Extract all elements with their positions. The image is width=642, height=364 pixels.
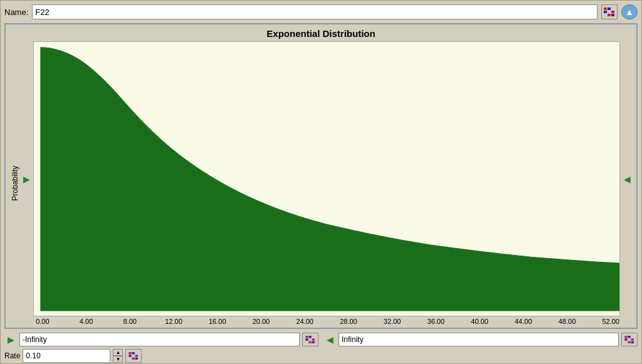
grid-icon: [604, 8, 615, 16]
distribution-chart: [34, 42, 619, 314]
chart-with-nav: ▶ ◀: [21, 41, 633, 316]
y-axis-label: Probability: [9, 41, 21, 325]
rate-label: Rate: [4, 351, 20, 360]
rate-spin-up[interactable]: ▲: [113, 349, 123, 356]
svg-rect-14: [308, 339, 311, 341]
svg-rect-13: [305, 339, 308, 341]
bottom-left: ▶ Rate: [4, 333, 318, 363]
svg-rect-10: [305, 336, 308, 338]
chart-panel: Exponential Distribution Probability ▶: [4, 23, 638, 329]
x-tick-11: 44.00: [502, 318, 545, 325]
x-tick-12: 48.00: [545, 318, 589, 325]
svg-rect-26: [132, 358, 135, 360]
rate-spinner: ▲ ▼: [113, 349, 123, 363]
main-container: Name: ▲ Exponential Distribution Probabi…: [0, 0, 642, 364]
chart-inner: Probability ▶ ◀: [9, 41, 633, 325]
x-tick-8: 32.00: [371, 318, 414, 325]
header-row: Name: ▲: [4, 4, 638, 19]
svg-rect-34: [624, 341, 627, 343]
svg-rect-11: [308, 336, 311, 338]
name-input[interactable]: [32, 4, 597, 19]
right-bound-icon-button[interactable]: [621, 333, 638, 346]
x-tick-7: 28.00: [327, 318, 371, 325]
rate-icon-button[interactable]: [125, 349, 142, 363]
x-tick-10: 40.00: [458, 318, 502, 325]
svg-rect-6: [604, 14, 607, 16]
svg-rect-35: [628, 341, 630, 343]
x-tick-6: 24.00: [283, 318, 327, 325]
chart-with-axes: ▶ ◀ 0.00 4: [21, 41, 633, 325]
chart-right-arrow[interactable]: ◀: [621, 174, 633, 185]
svg-rect-8: [611, 14, 614, 16]
x-tick-5: 20.00: [239, 318, 283, 325]
svg-rect-28: [624, 336, 627, 338]
x-tick-9: 36.00: [414, 318, 458, 325]
svg-rect-36: [631, 341, 634, 343]
x-tick-1: 4.00: [65, 318, 108, 325]
svg-rect-24: [135, 355, 138, 357]
svg-rect-22: [129, 355, 132, 357]
svg-rect-12: [312, 336, 315, 338]
svg-rect-33: [631, 339, 634, 341]
name-label: Name:: [4, 8, 28, 17]
svg-rect-5: [611, 11, 614, 13]
x-tick-0: 0.00: [21, 318, 65, 325]
bottom-right: ◀: [324, 333, 638, 346]
svg-rect-30: [631, 336, 634, 338]
svg-rect-2: [611, 8, 614, 10]
svg-rect-15: [312, 339, 315, 341]
chart-left-arrow[interactable]: ▶: [21, 174, 32, 185]
rate-input[interactable]: [23, 349, 110, 363]
rate-spin-down[interactable]: ▼: [113, 356, 123, 363]
left-bound-icon-button[interactable]: [302, 333, 318, 346]
svg-rect-27: [135, 358, 138, 360]
collapse-icon: ▲: [625, 7, 634, 17]
chart-svg-area: [33, 41, 620, 316]
svg-rect-17: [308, 341, 311, 343]
svg-rect-4: [608, 11, 611, 13]
bottom-controls: ▶ Rate: [4, 333, 638, 363]
right-bound-row: ◀: [324, 333, 638, 346]
svg-rect-29: [628, 336, 630, 338]
x-tick-4: 16.00: [196, 318, 239, 325]
x-tick-2: 8.00: [108, 318, 152, 325]
left-bound-row: ▶: [4, 333, 318, 346]
svg-rect-21: [135, 352, 138, 354]
x-tick-13: 52.00: [589, 318, 633, 325]
svg-rect-32: [628, 339, 630, 341]
collapse-button[interactable]: ▲: [621, 4, 638, 19]
svg-rect-16: [305, 341, 308, 343]
grid-icon-button[interactable]: [601, 4, 618, 19]
left-bound-input[interactable]: [19, 333, 300, 346]
svg-rect-25: [129, 358, 132, 360]
svg-rect-31: [624, 339, 627, 341]
rate-row: Rate ▲ ▼: [4, 349, 318, 363]
svg-rect-7: [608, 14, 611, 16]
right-bound-arrow[interactable]: ◀: [324, 333, 336, 346]
left-grid-icon: [305, 336, 315, 343]
rate-grid-icon: [129, 352, 139, 360]
svg-rect-3: [604, 11, 607, 13]
left-play-button[interactable]: ▶: [4, 333, 17, 346]
right-grid-icon: [624, 336, 634, 343]
svg-rect-20: [132, 352, 135, 354]
svg-rect-0: [604, 8, 607, 10]
svg-rect-23: [132, 355, 135, 357]
x-axis-ticks: 0.00 4.00 8.00 12.00 16.00 20.00 24.00 2…: [21, 318, 633, 325]
svg-rect-18: [312, 341, 315, 343]
svg-rect-19: [129, 352, 132, 354]
svg-rect-1: [608, 8, 611, 10]
right-bound-input[interactable]: [339, 333, 619, 346]
chart-title: Exponential Distribution: [9, 28, 633, 39]
x-tick-3: 12.00: [152, 318, 196, 325]
